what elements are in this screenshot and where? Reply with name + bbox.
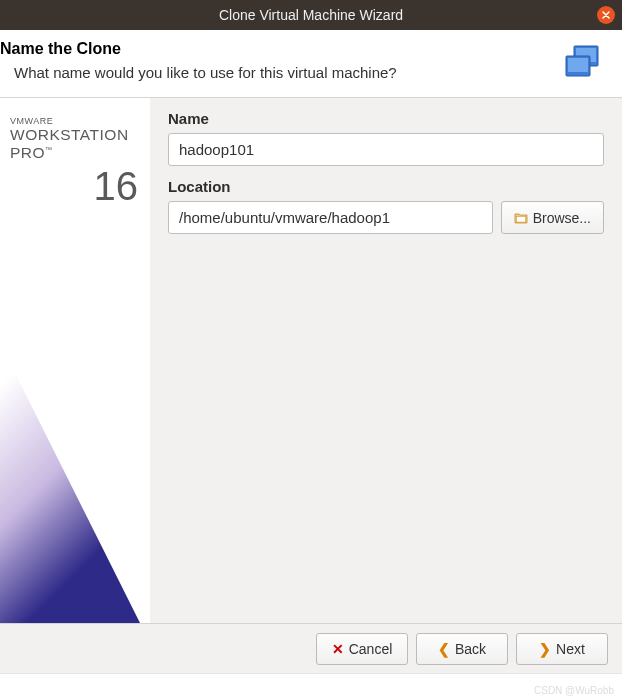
cancel-label: Cancel: [349, 641, 393, 657]
cancel-icon: ✕: [332, 641, 344, 657]
wizard-sidebar: VMWARE WORKSTATION PRO™ 16: [0, 98, 150, 623]
svg-rect-3: [568, 58, 588, 72]
brand-vmware: VMWARE: [10, 116, 150, 126]
next-icon: ❯: [539, 641, 551, 657]
brand-workstation: WORKSTATION: [10, 126, 150, 144]
name-input[interactable]: [168, 133, 604, 166]
background-fragment: [0, 673, 622, 693]
back-label: Back: [455, 641, 486, 657]
wizard-main: Name Location Browse...: [150, 98, 622, 623]
page-subtitle: What name would you like to use for this…: [14, 64, 608, 81]
page-title: Name the Clone: [0, 40, 608, 58]
brand-version: 16: [10, 166, 150, 206]
back-button[interactable]: ❮ Back: [416, 633, 508, 665]
folder-icon: [514, 212, 528, 224]
back-icon: ❮: [438, 641, 450, 657]
sidebar-decoration: [0, 303, 150, 623]
vmware-brand: VMWARE WORKSTATION PRO™ 16: [0, 98, 150, 206]
trademark-icon: ™: [45, 145, 52, 152]
clone-machines-icon: [562, 42, 604, 84]
wizard-footer: ✕ Cancel ❮ Back ❯ Next: [0, 623, 622, 673]
wizard-content: VMWARE WORKSTATION PRO™ 16 Name Location…: [0, 98, 622, 623]
svg-rect-4: [516, 216, 525, 222]
browse-button[interactable]: Browse...: [501, 201, 604, 234]
name-label: Name: [168, 110, 604, 127]
close-icon: [602, 11, 610, 19]
location-label: Location: [168, 178, 604, 195]
window-titlebar: Clone Virtual Machine Wizard: [0, 0, 622, 30]
window-title: Clone Virtual Machine Wizard: [219, 7, 403, 23]
next-label: Next: [556, 641, 585, 657]
wizard-header: Name the Clone What name would you like …: [0, 30, 622, 98]
location-input[interactable]: [168, 201, 493, 234]
brand-pro: PRO: [10, 144, 45, 161]
browse-label: Browse...: [533, 210, 591, 226]
next-button[interactable]: ❯ Next: [516, 633, 608, 665]
cancel-button[interactable]: ✕ Cancel: [316, 633, 408, 665]
window-close-button[interactable]: [597, 6, 615, 24]
